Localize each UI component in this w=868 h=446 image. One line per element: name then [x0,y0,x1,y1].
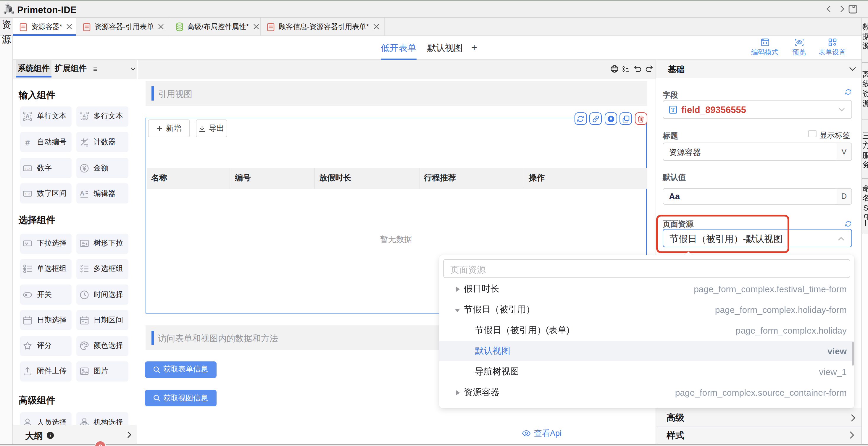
svg-text:A: A [26,113,29,119]
svg-text:#: # [25,138,30,147]
svg-text:A: A [83,113,86,118]
svg-text:1~3: 1~3 [25,192,30,195]
svg-text:A: A [80,190,84,197]
svg-text:123: 123 [25,167,30,170]
